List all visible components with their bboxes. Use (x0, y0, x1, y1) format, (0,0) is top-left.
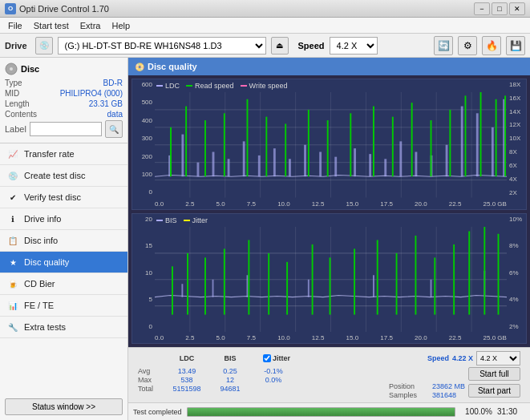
x2-5: 5.0 (216, 334, 225, 341)
samples-key: Samples (389, 391, 429, 399)
y1r-label-8x: 8X (507, 148, 526, 155)
y2-label-15: 15 (132, 242, 155, 249)
svg-rect-42 (224, 113, 225, 176)
eject-button[interactable]: ⏏ (271, 37, 289, 55)
y1-label-0: 0 (132, 188, 155, 196)
minimize-button[interactable]: − (474, 2, 490, 15)
menu-help[interactable]: Help (107, 20, 135, 31)
sidebar-item-cd-bier[interactable]: 🍺 CD Bier (0, 273, 127, 295)
x2-2.5: 2.5 (185, 334, 194, 341)
svg-rect-24 (289, 159, 291, 176)
sidebar-item-extra-tests[interactable]: 🔧 Extra tests (0, 317, 127, 338)
disc-label-label: Label (5, 124, 26, 134)
svg-rect-36 (476, 113, 479, 176)
save-button[interactable]: 💾 (506, 36, 525, 55)
svg-rect-25 (304, 145, 306, 176)
x2-10: 10.0 (277, 334, 290, 341)
jitter-label: Jitter (192, 216, 208, 224)
svg-rect-89 (415, 235, 416, 314)
drive-icon-btn[interactable]: 💿 (35, 37, 53, 55)
jitter-checkbox[interactable] (263, 354, 271, 362)
drive-select[interactable]: (G:) HL-DT-ST BD-RE WH16NS48 1.D3 (58, 37, 266, 55)
disc-panel-title: Disc (21, 64, 39, 74)
y2-label-5: 5 (132, 296, 155, 303)
svg-rect-87 (377, 240, 378, 314)
x2-0: 0.0 (155, 334, 164, 341)
status-window-button[interactable]: Status window >> (5, 398, 123, 415)
start-full-button[interactable]: Start full (468, 367, 520, 381)
sidebar-item-verify-test-disc[interactable]: ✔ Verify test disc (0, 187, 127, 208)
title-bar-left: O Opti Drive Control 1.70 (5, 3, 109, 14)
svg-rect-80 (224, 248, 225, 314)
svg-rect-55 (480, 92, 482, 176)
main-content: Disc Type BD-R MID PHILIPRO4 (000) Lengt… (0, 58, 530, 420)
ldc-label: LDC (165, 82, 180, 90)
svg-rect-56 (496, 99, 497, 176)
svg-rect-43 (247, 99, 249, 176)
burn-button[interactable]: 🔥 (482, 36, 501, 55)
menu-file[interactable]: File (3, 20, 27, 31)
speed-select[interactable]: 4.2 X (330, 37, 378, 55)
svg-rect-31 (399, 141, 402, 176)
menu-extra[interactable]: Extra (75, 20, 106, 31)
stats-avg-row: Avg 13.49 0.25 -0.1% (138, 367, 297, 375)
close-button[interactable]: ✕ (509, 2, 525, 15)
svg-rect-51 (411, 103, 413, 176)
stats-max-row: Max 538 12 0.0% (138, 376, 297, 384)
transfer-rate-icon: 📈 (6, 147, 19, 160)
chart-ldc: LDC Read speed Write speed 600 500 40 (131, 79, 527, 210)
sidebar-item-drive-info[interactable]: ℹ Drive info (0, 208, 127, 230)
drive-info-icon: ℹ (6, 212, 19, 225)
sidebar-item-transfer-rate-label: Transfer rate (24, 149, 75, 159)
progress-bar (187, 407, 455, 417)
max-label: Max (138, 376, 164, 384)
x2-25: 25.0 GB (483, 334, 507, 341)
svg-rect-47 (327, 120, 329, 176)
disc-type-label: Type (5, 79, 22, 87)
y1r-label-16x: 16X (507, 95, 526, 102)
x2-12.5: 12.5 (312, 334, 325, 341)
svg-rect-35 (461, 107, 463, 177)
speed-display: Speed (427, 354, 449, 362)
sidebar-item-disc-info[interactable]: 📋 Disc info (0, 230, 127, 252)
position-val: 23862 MB (432, 382, 465, 390)
pos-samp-display: Position 23862 MB Samples 381648 (389, 382, 465, 399)
y1r-label-2x: 2X (507, 189, 526, 196)
svg-rect-53 (449, 110, 451, 176)
disc-label-icon-btn[interactable]: 🔍 (105, 120, 123, 138)
disc-label-input[interactable] (30, 122, 102, 136)
sidebar-item-fe-te[interactable]: 📊 FE / TE (0, 295, 127, 317)
chart1-svg-area (155, 92, 507, 198)
x1-0: 0.0 (155, 200, 164, 208)
stats-ldc-header: LDC (164, 354, 210, 362)
y2r-label-4: 4% (507, 296, 526, 303)
x2-17.5: 17.5 (380, 334, 393, 341)
y1-label-500: 500 (132, 99, 155, 106)
position-key: Position (389, 382, 429, 390)
y1r-label-4x: 4X (507, 176, 526, 183)
sidebar-item-transfer-rate[interactable]: 📈 Transfer rate (0, 143, 127, 165)
svg-rect-77 (172, 266, 173, 314)
x2-15: 15.0 (346, 334, 359, 341)
disc-mid-row: MID PHILIPRO4 (000) (5, 89, 123, 98)
drive-label: Drive (5, 41, 27, 50)
samples-val: 381648 (432, 391, 456, 399)
speed-dropdown[interactable]: 4.2 X (476, 351, 520, 365)
x1-2.5: 2.5 (185, 200, 194, 208)
start-part-button[interactable]: Start part (468, 384, 520, 398)
refresh-button[interactable]: 🔄 (434, 36, 453, 55)
sidebar-item-disc-quality[interactable]: ★ Disc quality (0, 252, 127, 273)
stats-panel: LDC BIS Jitter Speed 4.22 X 4.2 X (128, 347, 530, 402)
y2-label-20: 20 (132, 216, 155, 223)
chart-bis: BIS Jitter 20 15 10 5 0 10 (131, 213, 527, 345)
svg-rect-46 (308, 110, 310, 176)
chart1-svg (155, 92, 507, 198)
svg-rect-50 (392, 117, 394, 177)
menu-start-test[interactable]: Start test (29, 20, 74, 31)
maximize-button[interactable]: □ (492, 2, 508, 15)
total-jitter (250, 385, 297, 393)
settings-button[interactable]: ⚙ (458, 36, 477, 55)
sidebar-item-create-test-disc[interactable]: 💿 Create test disc (0, 165, 127, 187)
svg-rect-54 (465, 95, 467, 176)
jitter-check-container: Jitter (263, 354, 290, 362)
